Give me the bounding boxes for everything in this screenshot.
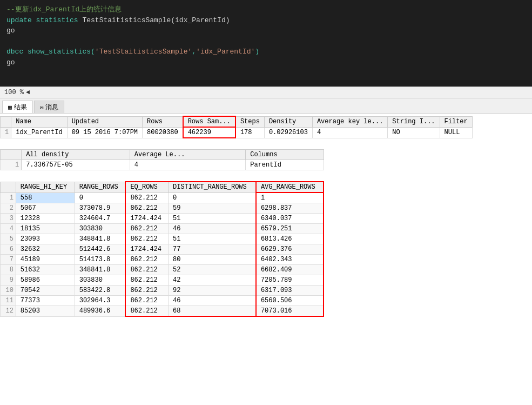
cell-col1-row9: 58986: [16, 275, 75, 286]
col-avg-range-rows: AVG_RANGE_ROWS: [256, 182, 324, 192]
code-line-1: --更新idx_ParentId上的统计信息: [6, 4, 526, 15]
cell-col5-row11: 6560.506: [256, 296, 324, 306]
cell-col5-row1: 1: [256, 192, 324, 203]
col-eq-rows: EQ_ROWS: [125, 182, 168, 192]
tab-results-label: 结果: [14, 103, 27, 112]
code-line-4: [6, 36, 526, 47]
cell-col2-row10: 583422.8: [75, 286, 125, 296]
cell-steps: 178: [235, 127, 265, 138]
separator-2: [0, 172, 532, 179]
kw-update: update statistics: [6, 16, 82, 24]
table-row: 632632512442.61724.424776629.376: [1, 244, 324, 255]
density-table: All density Average Le... Columns 1 7.33…: [0, 149, 324, 170]
col-string-i: String I...: [388, 116, 440, 127]
row-num-9: 9: [1, 275, 16, 286]
cell-col3-row5: 862.212: [125, 234, 168, 244]
col-rownum3: [1, 182, 16, 192]
cell-col5-row10: 6317.093: [256, 286, 324, 296]
cell-col5-row5: 6813.426: [256, 234, 324, 244]
row-num-10: 10: [1, 286, 16, 296]
cell-all-density: 7.336757E-05: [22, 160, 130, 170]
table-row: 312328324604.71724.424516340.037: [1, 214, 324, 224]
table-row: 1285203489936.6862.212687073.016: [1, 306, 324, 317]
tab-messages[interactable]: ✉ 消息: [34, 101, 65, 113]
row-num-5: 5: [1, 234, 16, 244]
cell-col4-row8: 52: [168, 265, 255, 275]
cell-rows: 80020380: [143, 127, 183, 138]
cell-columns: ParentId: [246, 160, 324, 170]
cell-col4-row3: 51: [168, 214, 255, 224]
cell-col3-row4: 862.212: [125, 224, 168, 234]
zoom-arrow-left[interactable]: ◄: [26, 89, 30, 96]
cell-col2-row8: 348841.8: [75, 265, 125, 275]
cell-col4-row6: 77: [168, 244, 255, 255]
cell-col1-row4: 18135: [16, 224, 75, 234]
cell-col2-row11: 302964.3: [75, 296, 125, 306]
statistics-header-table: Name Updated Rows Rows Sam... Steps Dens…: [0, 116, 473, 138]
col-rownum: [1, 116, 11, 127]
cell-col2-row1: 0: [75, 192, 125, 203]
cell-col1-row2: 5067: [16, 203, 75, 214]
cell-col2-row12: 489936.6: [75, 306, 125, 317]
table-row: 418135303830862.212466579.251: [1, 224, 324, 234]
cell-col4-row9: 42: [168, 275, 255, 286]
cell-col2-row3: 324604.7: [75, 214, 125, 224]
cell-col4-row1: 0: [168, 192, 255, 203]
cell-col1-row5: 23093: [16, 234, 75, 244]
col-density: Density: [264, 116, 312, 127]
messages-icon: ✉: [40, 104, 44, 111]
row-num-7: 7: [1, 255, 16, 265]
code-line-2: update statistics TestStaitisticsSample(…: [6, 15, 526, 26]
comment: --更新idx_ParentId上的统计信息: [6, 5, 122, 14]
col-name: Name: [11, 116, 67, 127]
cell-col1-row3: 12328: [16, 214, 75, 224]
tab-messages-label: 消息: [45, 103, 58, 112]
cell-col5-row12: 7073.016: [256, 306, 324, 317]
cell-col3-row6: 1724.424: [125, 244, 168, 255]
col-distinct-range-rows: DISTINCT_RANGE_ROWS: [168, 182, 255, 192]
cell-col5-row9: 7205.789: [256, 275, 324, 286]
cell-col1-row7: 45189: [16, 255, 75, 265]
table3-wrap: RANGE_HI_KEY RANGE_ROWS EQ_ROWS DISTINCT…: [0, 179, 532, 319]
code-line-3: go: [6, 25, 526, 36]
row-num-1: 1: [1, 127, 11, 138]
col-rownum2: [1, 150, 22, 160]
col-avg-le: Average Le...: [130, 150, 246, 160]
cell-col2-row9: 303830: [75, 275, 125, 286]
table1-wrap: Name Updated Rows Rows Sam... Steps Dens…: [0, 114, 532, 141]
cell-col4-row10: 92: [168, 286, 255, 296]
cell-col1-row6: 32632: [16, 244, 75, 255]
cell-avg-le: 4: [130, 160, 246, 170]
cell-col4-row7: 80: [168, 255, 255, 265]
cell-col3-row8: 862.212: [125, 265, 168, 275]
code-editor: --更新idx_ParentId上的统计信息 update statistics…: [0, 0, 532, 87]
cell-col2-row6: 512442.6: [75, 244, 125, 255]
table-row: 523093348841.8862.212516813.426: [1, 234, 324, 244]
tab-results[interactable]: ▦ 结果: [2, 101, 33, 113]
cell-col2-row4: 303830: [75, 224, 125, 234]
cell-updated: 09 15 2016 7:07PM: [67, 127, 142, 138]
cell-col3-row11: 862.212: [125, 296, 168, 306]
table2-header-row: All density Average Le... Columns: [1, 150, 324, 160]
col-rows-sam: Rows Sam...: [183, 116, 235, 127]
row-num-1: 1: [1, 160, 22, 170]
cell-col3-row3: 1724.424: [125, 214, 168, 224]
col-avg-key: Average key le...: [312, 116, 387, 127]
table1-header-row: Name Updated Rows Rows Sam... Steps Dens…: [1, 116, 473, 127]
cell-col4-row2: 59: [168, 203, 255, 214]
cell-col3-row7: 862.212: [125, 255, 168, 265]
cell-col5-row3: 6340.037: [256, 214, 324, 224]
cell-col1-row1: 558: [16, 192, 75, 203]
table-row: 1 idx_ParentId 09 15 2016 7:07PM 8002038…: [1, 127, 473, 138]
cell-avg-key: 4: [312, 127, 387, 138]
col-all-density: All density: [22, 150, 130, 160]
col-filter: Filter: [440, 116, 472, 127]
cell-col1-row11: 77373: [16, 296, 75, 306]
code-line-5: dbcc show_statistics('TestStaitisticsSam…: [6, 47, 526, 57]
histogram-table: RANGE_HI_KEY RANGE_ROWS EQ_ROWS DISTINCT…: [0, 181, 324, 317]
col-range-hi-key: RANGE_HI_KEY: [16, 182, 75, 192]
col-columns: Columns: [246, 150, 324, 160]
col-steps: Steps: [235, 116, 265, 127]
row-num-8: 8: [1, 265, 16, 275]
cell-col3-row12: 862.212: [125, 306, 168, 317]
